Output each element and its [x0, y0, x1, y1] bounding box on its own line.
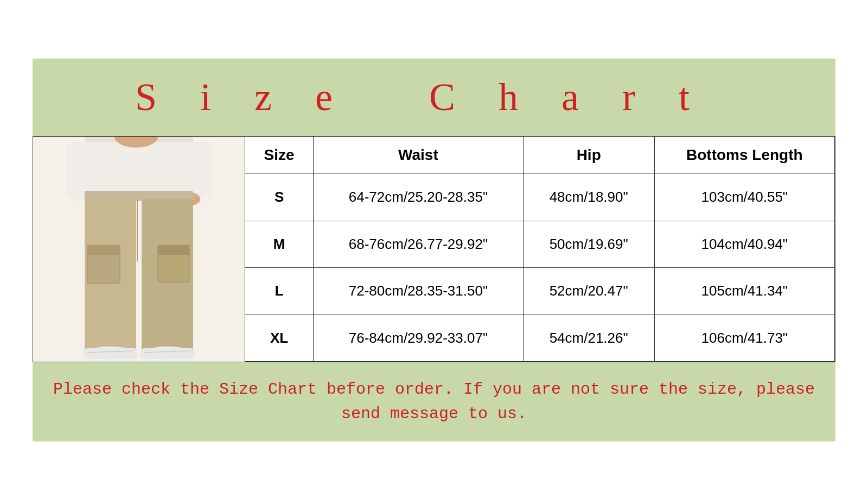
chart-title: Size Chart: [43, 75, 825, 120]
hip-l: 52cm/20.47": [523, 268, 654, 315]
size-chart-container: Size Chart: [33, 59, 835, 441]
svg-rect-2: [66, 142, 82, 196]
waist-l: 72-80cm/28.35-31.50": [314, 268, 524, 315]
svg-rect-10: [87, 245, 120, 255]
size-xl: XL: [245, 315, 314, 362]
col-header-size: Size: [245, 137, 314, 174]
length-m: 104cm/40.94": [654, 221, 834, 268]
size-m: M: [245, 221, 314, 268]
svg-rect-14: [84, 348, 138, 359]
svg-rect-12: [158, 245, 189, 255]
footer-banner: Please check the Size Chart before order…: [33, 362, 835, 441]
col-header-waist: Waist: [314, 137, 524, 174]
header-banner: Size Chart: [33, 59, 835, 136]
col-header-hip: Hip: [523, 137, 654, 174]
footer-line1: Please check the Size Chart before order…: [53, 380, 815, 399]
table-row: XL 76-84cm/29.92-33.07" 54cm/21.26" 106c…: [245, 315, 835, 362]
length-xl: 106cm/41.73": [654, 315, 834, 362]
hip-m: 50cm/19.69": [523, 221, 654, 268]
image-section: [33, 137, 245, 362]
svg-rect-16: [141, 348, 195, 359]
waist-xl: 76-84cm/29.92-33.07": [314, 315, 524, 362]
size-l: L: [245, 268, 314, 315]
size-table: Size Waist Hip Bottoms Length S 64-72cm/…: [245, 137, 835, 362]
pants-illustration: [36, 137, 242, 362]
length-l: 105cm/41.34": [654, 268, 834, 315]
hip-xl: 54cm/21.26": [523, 315, 654, 362]
footer-text: Please check the Size Chart before order…: [43, 377, 825, 426]
hip-s: 48cm/18.90": [523, 174, 654, 221]
length-s: 103cm/40.55": [654, 174, 834, 221]
col-header-bottoms-length: Bottoms Length: [654, 137, 834, 174]
svg-rect-3: [196, 142, 212, 196]
table-section: Size Waist Hip Bottoms Length S 64-72cm/…: [245, 137, 835, 362]
table-row: L 72-80cm/28.35-31.50" 52cm/20.47" 105cm…: [245, 268, 835, 315]
waist-s: 64-72cm/25.20-28.35": [314, 174, 524, 221]
table-row: S 64-72cm/25.20-28.35" 48cm/18.90" 103cm…: [245, 174, 835, 221]
waist-m: 68-76cm/26.77-29.92": [314, 221, 524, 268]
table-row: M 68-76cm/26.77-29.92" 50cm/19.69" 104cm…: [245, 221, 835, 268]
size-s: S: [245, 174, 314, 221]
footer-line2: send message to us.: [341, 405, 527, 423]
content-area: Size Waist Hip Bottoms Length S 64-72cm/…: [33, 136, 835, 362]
